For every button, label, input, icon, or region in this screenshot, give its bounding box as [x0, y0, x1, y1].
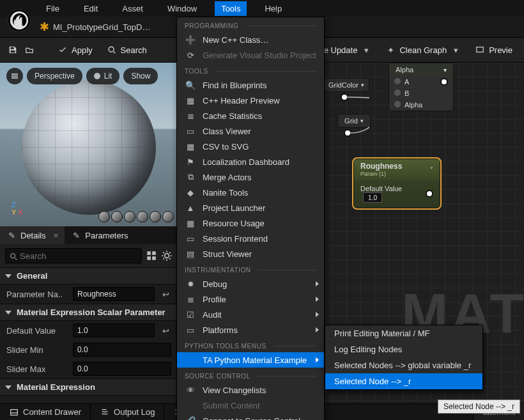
- save-icon[interactable]: [8, 45, 18, 55]
- output-log-button[interactable]: Output Log: [91, 404, 164, 420]
- profile-icon: ≣: [185, 294, 196, 304]
- grid-icon: ▦: [185, 218, 196, 228]
- preview-viewport[interactable]: Perspective Lit Show Z Y X: [0, 63, 178, 226]
- menu-section-instrumentation: INSTRUMENTATION: [177, 261, 324, 276]
- roughness-output-pin[interactable]: [426, 190, 433, 198]
- grid-view-icon[interactable]: [146, 249, 157, 263]
- details-search-row: [0, 244, 178, 267]
- class-icon: ▭: [185, 126, 196, 136]
- reset-icon[interactable]: ↩: [160, 325, 171, 336]
- default-value-input[interactable]: [73, 323, 155, 338]
- svg-rect-10: [11, 409, 18, 415]
- nanite-icon: ◆: [185, 187, 196, 198]
- reset-icon[interactable]: ↩: [160, 288, 171, 300]
- struct-icon: ▤: [185, 249, 196, 259]
- submenu-selected-node[interactable]: Selected Node --> _r: [325, 373, 482, 389]
- content-drawer-button[interactable]: Content Drawer: [0, 404, 91, 420]
- menu-section-python: PYTHON TOOLS MENUS: [177, 338, 324, 352]
- tab-details[interactable]: ✎ Details ×: [0, 226, 65, 244]
- node-gridcolor[interactable]: GridColor ▾: [323, 78, 369, 92]
- clean-graph-button[interactable]: ✦ Clean Graph ▾: [381, 42, 465, 58]
- rocket-icon: ▲: [185, 203, 196, 213]
- header-icon: ▦: [185, 95, 196, 105]
- slider-max-input[interactable]: [73, 362, 171, 376]
- slider-min-input[interactable]: [73, 343, 171, 357]
- svg-rect-1: [11, 51, 15, 53]
- viewport-menu-button[interactable]: [6, 68, 23, 84]
- menu-profile[interactable]: ≣Profile: [177, 292, 324, 307]
- preview-sphere: [22, 81, 156, 215]
- flag-icon: ⚑: [185, 157, 196, 167]
- ue-logo: [8, 9, 31, 32]
- lit-icon: [94, 73, 100, 79]
- prop-parameter-name: Parameter Na.. ↩: [0, 284, 178, 304]
- node-grid[interactable]: Grid ▾: [337, 114, 371, 128]
- menu-debug[interactable]: ✸Debug: [177, 276, 324, 292]
- section-scalar-param[interactable]: Material Expression Scalar Parameter: [0, 304, 178, 321]
- menu-window[interactable]: Window: [161, 1, 203, 16]
- tab-parameters[interactable]: ✎ Parameters: [65, 226, 134, 244]
- menu-ta-python[interactable]: TA Python Material Example: [177, 352, 324, 368]
- menu-find-blueprints[interactable]: 🔍Find in Blueprints: [177, 77, 324, 93]
- menu-class-viewer[interactable]: ▭Class Viewer: [177, 123, 324, 139]
- pencil-icon: ✎: [6, 230, 17, 240]
- clean-icon: ✦: [385, 45, 396, 55]
- drawer-icon: [9, 407, 19, 417]
- menu-project-launcher[interactable]: ▲Project Launcher: [177, 200, 324, 215]
- svg-rect-5: [147, 251, 151, 255]
- apply-button[interactable]: Apply: [54, 42, 96, 58]
- lit-pill[interactable]: Lit: [86, 68, 120, 84]
- details-tab-row: ✎ Details × ✎ Parameters: [0, 226, 178, 244]
- menu-asset[interactable]: Asset: [116, 1, 150, 16]
- roughness-default-input[interactable]: [363, 192, 382, 203]
- section-general[interactable]: General: [0, 267, 178, 284]
- cpp-icon: ➕: [185, 35, 196, 45]
- menu-connect-sc[interactable]: 🔗Connect to Source Control...: [177, 413, 324, 420]
- csv-icon: ▦: [185, 141, 196, 152]
- refresh-icon: ⟳: [185, 50, 196, 60]
- parameter-name-input[interactable]: [73, 287, 155, 301]
- node-grid-pin[interactable]: [344, 129, 351, 139]
- upload-icon: [185, 400, 196, 410]
- search-icon: 🔍: [185, 80, 196, 90]
- submenu-log-nodes[interactable]: Log Editing Nodes: [325, 341, 482, 357]
- menu-resource-usage[interactable]: ▦Resource Usage: [177, 215, 324, 231]
- show-pill[interactable]: Show: [123, 68, 158, 84]
- menu-view-changelists[interactable]: 👁View Changelists: [177, 382, 324, 398]
- menu-cpp-header[interactable]: ▦C++ Header Preview: [177, 93, 324, 108]
- shading-mode-balls[interactable]: [98, 211, 174, 222]
- menu-localization[interactable]: ⚑Localization Dashboard: [177, 154, 324, 169]
- asset-tab[interactable]: MI_PrototypeGrid_TopD…: [53, 22, 150, 32]
- svg-rect-6: [152, 251, 156, 255]
- menu-edit[interactable]: Edit: [77, 1, 104, 16]
- menu-new-cpp[interactable]: ➕New C++ Class…: [177, 32, 324, 47]
- menu-platforms[interactable]: ▭Platforms: [177, 322, 324, 338]
- menu-merge-actors[interactable]: ⧉Merge Actors: [177, 169, 324, 185]
- section-material-expression[interactable]: Material Expression: [0, 378, 178, 396]
- gear-icon[interactable]: [161, 249, 173, 263]
- submenu-print-material[interactable]: Print Editing Material / MF: [325, 325, 482, 341]
- search-button[interactable]: Search: [103, 42, 151, 58]
- eye-icon: 👁: [185, 385, 196, 395]
- menu-session-frontend[interactable]: ▭Session Frontend: [177, 231, 324, 246]
- menu-file[interactable]: File: [40, 1, 66, 16]
- node-roughness[interactable]: Roughness Param (1) ˅ Default Value: [353, 159, 440, 208]
- dirty-icon: ✱: [40, 21, 49, 33]
- menu-nanite[interactable]: ◆Nanite Tools: [177, 185, 324, 200]
- menu-audit[interactable]: ☑Audit: [177, 307, 324, 322]
- browse-icon[interactable]: [24, 45, 35, 55]
- search-icon: [8, 251, 19, 261]
- close-icon[interactable]: ×: [54, 231, 59, 240]
- perspective-pill[interactable]: Perspective: [27, 68, 82, 84]
- menu-help[interactable]: Help: [258, 1, 288, 16]
- node-lerp[interactable]: Alpha▾ A B Alpha: [389, 63, 454, 111]
- menu-csv-svg[interactable]: ▦CSV to SVG: [177, 139, 324, 154]
- svg-rect-7: [147, 256, 151, 260]
- details-search-input[interactable]: [5, 248, 142, 263]
- menu-tools[interactable]: Tools: [215, 1, 247, 16]
- menu-struct-viewer[interactable]: ▤Struct Viewer: [177, 246, 324, 261]
- submenu-selected-nodes[interactable]: Selected Nodes --> global variable _r: [325, 357, 482, 373]
- preview-button[interactable]: Previe: [471, 42, 516, 58]
- node-gridcolor-pin[interactable]: [341, 93, 348, 103]
- menu-cache-stats[interactable]: ≣Cache Statistics: [177, 108, 324, 123]
